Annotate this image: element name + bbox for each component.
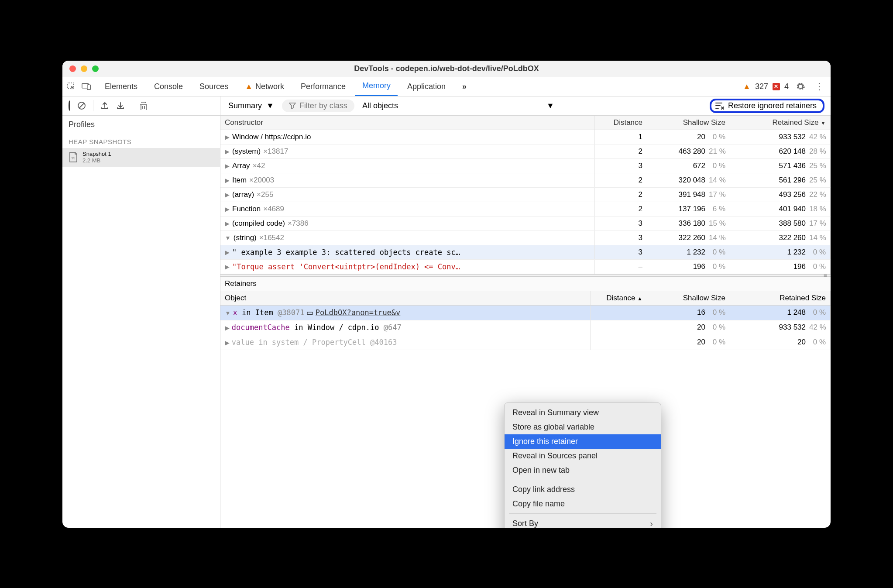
context-menu-label: Copy file name [512,499,565,509]
disclosure-triangle-icon[interactable]: ▶ [225,191,230,198]
warning-icon: ▲ [245,82,253,91]
heap-snapshots-heading: HEAP SNAPSHOTS [62,134,220,148]
disclosure-triangle-icon[interactable]: ▶ [225,148,230,155]
titlebar: DevTools - codepen.io/web-dot-dev/live/P… [62,61,831,77]
distance-cell [591,320,647,335]
warnings-count[interactable]: 327 [755,82,768,91]
errors-count[interactable]: 4 [784,82,789,91]
splitter-handle[interactable] [220,274,831,277]
retainer-desc: in Window / cdpn.io [290,323,384,332]
tab-memory[interactable]: Memory [355,77,398,96]
disclosure-triangle-icon[interactable]: ▶ [225,339,230,346]
disclosure-triangle-icon[interactable]: ▶ [225,249,230,256]
col-retained[interactable]: Retained Size [730,291,831,305]
col-distance[interactable]: Distance [595,116,647,130]
col-object[interactable]: Object [220,291,591,305]
col-retained[interactable]: Retained Size ▼ [730,116,831,130]
inspect-icon[interactable] [67,82,76,91]
device-toggle-icon[interactable] [82,83,91,90]
context-menu-item[interactable]: Sort By [505,516,661,528]
objects-filter-select[interactable]: All objects ▼ [359,100,558,112]
retainer-row[interactable]: ▶ documentCache in Window / cdpn.io @647… [220,320,831,335]
retained-cell: 200 % [730,335,831,350]
retained-cell: 388 58017 % [730,217,831,230]
table-row[interactable]: ▶" example 3 example 3: scattered object… [220,245,831,260]
shallow-cell: 322 26014 % [647,231,730,245]
clear-icon[interactable] [77,101,86,110]
table-row[interactable]: ▶Array ×4236720 %571 43625 % [220,159,831,173]
table-row[interactable]: ▶Function ×46892137 1966 %401 94018 % [220,202,831,217]
disclosure-triangle-icon[interactable]: ▶ [225,220,230,227]
distance-cell [591,306,647,320]
minimize-window-button[interactable] [81,65,87,72]
collect-garbage-icon[interactable] [139,101,148,110]
snapshot-item[interactable]: % Snapshot 1 2.2 MB [62,148,220,167]
context-menu-item[interactable]: Reveal in Summary view [505,406,661,420]
errors-indicator-icon[interactable]: ✕ [773,83,780,90]
disclosure-triangle-icon[interactable]: ▶ [225,162,230,169]
instance-count: ×16542 [259,234,284,242]
retainers-title: Retainers [220,277,831,291]
disclosure-triangle-icon[interactable]: ▼ [225,309,231,316]
context-menu-label: Sort By [512,519,538,528]
table-row[interactable]: ▶(system) ×138172463 28021 %620 14828 % [220,144,831,159]
disclosure-triangle-icon[interactable]: ▶ [225,206,230,213]
shallow-cell: 200 % [647,335,730,350]
col-shallow[interactable]: Shallow Size [647,116,730,130]
sort-asc-icon: ▲ [637,296,642,302]
retainer-row[interactable]: ▶ value in system / PropertyCell @401632… [220,335,831,350]
tab-performance[interactable]: Performance [294,77,353,96]
record-button[interactable] [69,101,70,110]
view-select[interactable]: Summary ▼ [225,100,278,112]
more-icon[interactable]: ⋮ [812,81,826,92]
tab-network[interactable]: ▲ Network [238,77,291,96]
table-row[interactable]: ▶(compiled code) ×73863336 18015 %388 58… [220,217,831,231]
settings-icon[interactable] [793,82,808,91]
disclosure-triangle-icon[interactable]: ▶ [225,324,230,331]
disclosure-triangle-icon[interactable]: ▶ [225,134,230,141]
window-title: DevTools - codepen.io/web-dot-dev/live/P… [354,64,539,73]
restore-ignored-retainers-button[interactable]: Restore ignored retainers [710,99,824,113]
table-row[interactable]: ▼(string) ×165423322 26014 %322 26014 % [220,231,831,245]
col-distance[interactable]: Distance ▲ [591,291,647,305]
distance-cell [591,335,647,350]
context-menu-item[interactable]: Ignore this retainer [505,434,661,449]
tab-console[interactable]: Console [147,77,190,96]
devtools-window: DevTools - codepen.io/web-dot-dev/live/P… [62,61,831,528]
tabs-overflow[interactable]: » [455,77,474,96]
context-menu-item[interactable]: Copy link address [505,482,661,497]
retainer-row[interactable]: ▼ x in Item @38071 ▭ PoLdbOX?anon=true&v… [220,306,831,320]
distance-cell: 3 [595,159,647,173]
context-menu-item[interactable]: Copy file name [505,497,661,511]
retained-cell: 322 26014 % [730,231,831,245]
instance-count: ×13817 [263,147,288,156]
disclosure-triangle-icon[interactable]: ▶ [225,263,230,270]
table-row[interactable]: ▶(array) ×2552391 94817 %493 25622 % [220,188,831,202]
warnings-indicator-icon[interactable]: ▲ [743,82,751,91]
restore-icon [715,102,725,110]
col-shallow[interactable]: Shallow Size [647,291,730,305]
tab-elements[interactable]: Elements [98,77,144,96]
shallow-cell: 200 % [647,130,730,144]
context-menu-item[interactable]: Store as global variable [505,420,661,434]
table-row[interactable]: ▶Item ×200032320 04814 %561 29625 % [220,173,831,188]
shallow-cell: 160 % [647,306,730,320]
disclosure-triangle-icon[interactable]: ▶ [225,177,230,184]
constructor-label: (string) [234,234,257,242]
tab-sources[interactable]: Sources [192,77,235,96]
source-link[interactable]: PoLdbOX?anon=true&v [316,308,400,317]
col-constructor[interactable]: Constructor [220,116,595,130]
close-window-button[interactable] [69,65,76,72]
export-icon[interactable] [100,101,109,110]
tab-application[interactable]: Application [400,77,453,96]
maximize-window-button[interactable] [92,65,99,72]
table-row[interactable]: ▶"Torque assert 'Convert<uintptr>(endInd… [220,260,831,274]
disclosure-triangle-icon[interactable]: ▼ [225,234,231,241]
distance-cell: – [595,260,647,274]
table-row[interactable]: ▶Window / https://cdpn.io1200 %933 53242… [220,130,831,144]
class-filter-input[interactable]: Filter by class [282,100,354,112]
context-menu-label: Copy link address [512,485,575,494]
import-icon[interactable] [116,101,125,110]
context-menu-item[interactable]: Open in new tab [505,463,661,478]
context-menu-item[interactable]: Reveal in Sources panel [505,449,661,463]
